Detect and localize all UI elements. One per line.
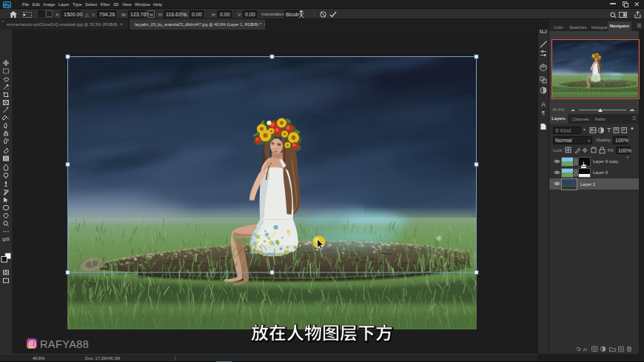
svg-text:A: A [541, 101, 546, 108]
svg-text:¶: ¶ [542, 110, 545, 116]
svg-text:T: T [607, 127, 611, 134]
svg-text:fx: fx [583, 346, 588, 352]
